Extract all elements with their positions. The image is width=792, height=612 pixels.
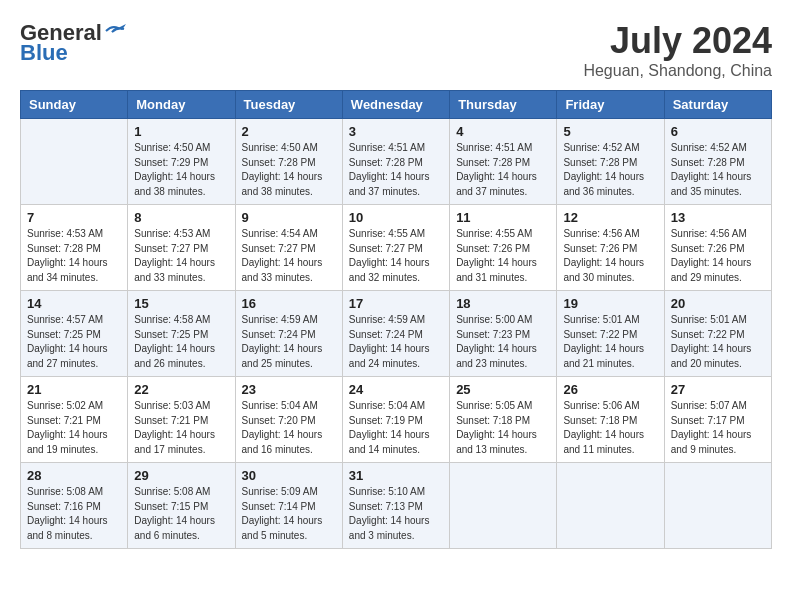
day-info: Sunrise: 4:58 AM Sunset: 7:25 PM Dayligh… <box>134 313 228 371</box>
calendar-cell: 25Sunrise: 5:05 AM Sunset: 7:18 PM Dayli… <box>450 377 557 463</box>
day-info: Sunrise: 5:02 AM Sunset: 7:21 PM Dayligh… <box>27 399 121 457</box>
calendar-cell: 3Sunrise: 4:51 AM Sunset: 7:28 PM Daylig… <box>342 119 449 205</box>
day-number: 9 <box>242 210 336 225</box>
day-number: 11 <box>456 210 550 225</box>
day-info: Sunrise: 4:50 AM Sunset: 7:29 PM Dayligh… <box>134 141 228 199</box>
day-number: 22 <box>134 382 228 397</box>
day-info: Sunrise: 5:00 AM Sunset: 7:23 PM Dayligh… <box>456 313 550 371</box>
calendar-week-row: 7Sunrise: 4:53 AM Sunset: 7:28 PM Daylig… <box>21 205 772 291</box>
weekday-header-thursday: Thursday <box>450 91 557 119</box>
day-info: Sunrise: 4:53 AM Sunset: 7:27 PM Dayligh… <box>134 227 228 285</box>
calendar-cell: 9Sunrise: 4:54 AM Sunset: 7:27 PM Daylig… <box>235 205 342 291</box>
calendar-table: SundayMondayTuesdayWednesdayThursdayFrid… <box>20 90 772 549</box>
calendar-cell <box>21 119 128 205</box>
day-number: 12 <box>563 210 657 225</box>
day-number: 18 <box>456 296 550 311</box>
day-info: Sunrise: 4:52 AM Sunset: 7:28 PM Dayligh… <box>563 141 657 199</box>
day-info: Sunrise: 4:51 AM Sunset: 7:28 PM Dayligh… <box>456 141 550 199</box>
day-number: 14 <box>27 296 121 311</box>
calendar-cell: 28Sunrise: 5:08 AM Sunset: 7:16 PM Dayli… <box>21 463 128 549</box>
calendar-cell: 31Sunrise: 5:10 AM Sunset: 7:13 PM Dayli… <box>342 463 449 549</box>
calendar-cell: 10Sunrise: 4:55 AM Sunset: 7:27 PM Dayli… <box>342 205 449 291</box>
calendar-cell: 20Sunrise: 5:01 AM Sunset: 7:22 PM Dayli… <box>664 291 771 377</box>
calendar-week-row: 28Sunrise: 5:08 AM Sunset: 7:16 PM Dayli… <box>21 463 772 549</box>
day-info: Sunrise: 5:07 AM Sunset: 7:17 PM Dayligh… <box>671 399 765 457</box>
calendar-cell: 29Sunrise: 5:08 AM Sunset: 7:15 PM Dayli… <box>128 463 235 549</box>
calendar-week-row: 14Sunrise: 4:57 AM Sunset: 7:25 PM Dayli… <box>21 291 772 377</box>
calendar-cell: 15Sunrise: 4:58 AM Sunset: 7:25 PM Dayli… <box>128 291 235 377</box>
day-number: 8 <box>134 210 228 225</box>
calendar-cell: 19Sunrise: 5:01 AM Sunset: 7:22 PM Dayli… <box>557 291 664 377</box>
weekday-header-friday: Friday <box>557 91 664 119</box>
day-info: Sunrise: 4:51 AM Sunset: 7:28 PM Dayligh… <box>349 141 443 199</box>
weekday-header-monday: Monday <box>128 91 235 119</box>
calendar-cell: 7Sunrise: 4:53 AM Sunset: 7:28 PM Daylig… <box>21 205 128 291</box>
day-number: 24 <box>349 382 443 397</box>
day-info: Sunrise: 4:52 AM Sunset: 7:28 PM Dayligh… <box>671 141 765 199</box>
calendar-cell: 1Sunrise: 4:50 AM Sunset: 7:29 PM Daylig… <box>128 119 235 205</box>
title-block: July 2024 Heguan, Shandong, China <box>583 20 772 80</box>
day-info: Sunrise: 5:06 AM Sunset: 7:18 PM Dayligh… <box>563 399 657 457</box>
calendar-cell: 11Sunrise: 4:55 AM Sunset: 7:26 PM Dayli… <box>450 205 557 291</box>
day-info: Sunrise: 4:53 AM Sunset: 7:28 PM Dayligh… <box>27 227 121 285</box>
day-number: 6 <box>671 124 765 139</box>
day-number: 5 <box>563 124 657 139</box>
day-info: Sunrise: 4:59 AM Sunset: 7:24 PM Dayligh… <box>349 313 443 371</box>
calendar-cell: 6Sunrise: 4:52 AM Sunset: 7:28 PM Daylig… <box>664 119 771 205</box>
calendar-cell: 17Sunrise: 4:59 AM Sunset: 7:24 PM Dayli… <box>342 291 449 377</box>
day-number: 23 <box>242 382 336 397</box>
location-subtitle: Heguan, Shandong, China <box>583 62 772 80</box>
logo-bird-icon <box>104 23 126 39</box>
day-number: 30 <box>242 468 336 483</box>
month-year-title: July 2024 <box>583 20 772 62</box>
day-number: 1 <box>134 124 228 139</box>
day-info: Sunrise: 5:08 AM Sunset: 7:15 PM Dayligh… <box>134 485 228 543</box>
day-number: 7 <box>27 210 121 225</box>
calendar-cell: 12Sunrise: 4:56 AM Sunset: 7:26 PM Dayli… <box>557 205 664 291</box>
calendar-cell: 30Sunrise: 5:09 AM Sunset: 7:14 PM Dayli… <box>235 463 342 549</box>
day-info: Sunrise: 5:05 AM Sunset: 7:18 PM Dayligh… <box>456 399 550 457</box>
calendar-cell: 22Sunrise: 5:03 AM Sunset: 7:21 PM Dayli… <box>128 377 235 463</box>
day-info: Sunrise: 4:54 AM Sunset: 7:27 PM Dayligh… <box>242 227 336 285</box>
day-info: Sunrise: 5:01 AM Sunset: 7:22 PM Dayligh… <box>563 313 657 371</box>
day-number: 3 <box>349 124 443 139</box>
calendar-cell: 18Sunrise: 5:00 AM Sunset: 7:23 PM Dayli… <box>450 291 557 377</box>
calendar-cell: 8Sunrise: 4:53 AM Sunset: 7:27 PM Daylig… <box>128 205 235 291</box>
weekday-header-row: SundayMondayTuesdayWednesdayThursdayFrid… <box>21 91 772 119</box>
day-number: 2 <box>242 124 336 139</box>
day-number: 15 <box>134 296 228 311</box>
calendar-cell: 26Sunrise: 5:06 AM Sunset: 7:18 PM Dayli… <box>557 377 664 463</box>
calendar-cell: 24Sunrise: 5:04 AM Sunset: 7:19 PM Dayli… <box>342 377 449 463</box>
day-number: 31 <box>349 468 443 483</box>
calendar-cell: 5Sunrise: 4:52 AM Sunset: 7:28 PM Daylig… <box>557 119 664 205</box>
day-info: Sunrise: 5:10 AM Sunset: 7:13 PM Dayligh… <box>349 485 443 543</box>
day-number: 20 <box>671 296 765 311</box>
calendar-cell: 4Sunrise: 4:51 AM Sunset: 7:28 PM Daylig… <box>450 119 557 205</box>
day-info: Sunrise: 4:59 AM Sunset: 7:24 PM Dayligh… <box>242 313 336 371</box>
calendar-week-row: 21Sunrise: 5:02 AM Sunset: 7:21 PM Dayli… <box>21 377 772 463</box>
calendar-cell: 21Sunrise: 5:02 AM Sunset: 7:21 PM Dayli… <box>21 377 128 463</box>
weekday-header-saturday: Saturday <box>664 91 771 119</box>
day-number: 29 <box>134 468 228 483</box>
weekday-header-tuesday: Tuesday <box>235 91 342 119</box>
day-number: 17 <box>349 296 443 311</box>
day-info: Sunrise: 5:04 AM Sunset: 7:19 PM Dayligh… <box>349 399 443 457</box>
calendar-cell: 23Sunrise: 5:04 AM Sunset: 7:20 PM Dayli… <box>235 377 342 463</box>
day-number: 13 <box>671 210 765 225</box>
day-number: 26 <box>563 382 657 397</box>
day-info: Sunrise: 4:56 AM Sunset: 7:26 PM Dayligh… <box>671 227 765 285</box>
weekday-header-sunday: Sunday <box>21 91 128 119</box>
logo: General Blue <box>20 20 126 66</box>
logo-blue: Blue <box>20 40 68 66</box>
calendar-cell <box>664 463 771 549</box>
calendar-cell: 14Sunrise: 4:57 AM Sunset: 7:25 PM Dayli… <box>21 291 128 377</box>
day-info: Sunrise: 5:01 AM Sunset: 7:22 PM Dayligh… <box>671 313 765 371</box>
day-info: Sunrise: 5:04 AM Sunset: 7:20 PM Dayligh… <box>242 399 336 457</box>
day-number: 4 <box>456 124 550 139</box>
calendar-cell: 27Sunrise: 5:07 AM Sunset: 7:17 PM Dayli… <box>664 377 771 463</box>
calendar-week-row: 1Sunrise: 4:50 AM Sunset: 7:29 PM Daylig… <box>21 119 772 205</box>
day-number: 19 <box>563 296 657 311</box>
calendar-cell <box>450 463 557 549</box>
day-info: Sunrise: 5:03 AM Sunset: 7:21 PM Dayligh… <box>134 399 228 457</box>
day-info: Sunrise: 4:57 AM Sunset: 7:25 PM Dayligh… <box>27 313 121 371</box>
